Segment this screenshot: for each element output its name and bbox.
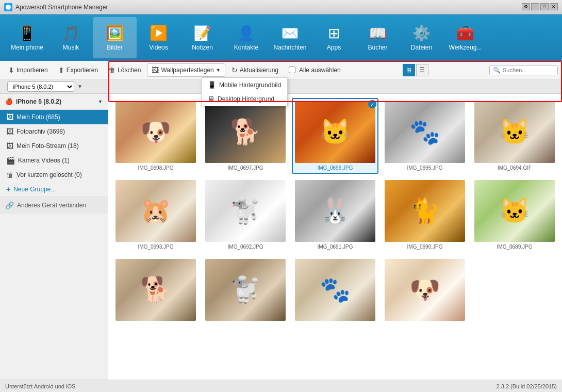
photo-album-icon: 🖼 [6, 113, 13, 121]
photo-item-img0695[interactable]: 🐾 IMG_0695.JPG [382, 98, 468, 174]
notizen-icon: 📝 [193, 25, 211, 42]
nav-item-bilder[interactable]: 🖼️ Bilder [93, 17, 137, 58]
apple-logo-icon: 🍎 [5, 98, 13, 105]
view-toggle: ⊞ ☰ [403, 64, 428, 76]
videos-icon: ▶️ [150, 25, 168, 42]
phone-icon: 📱 [18, 25, 36, 42]
photo-thumb-img0695: 🐾 [385, 101, 465, 163]
nachrichten-icon: ✉️ [281, 25, 299, 42]
mobile-hintergrund-option[interactable]: 📱 Mobile Hintergrundbild [202, 78, 287, 92]
search-box: 🔍 [489, 65, 558, 75]
photo-label-img0695: IMG_0695.JPG [385, 165, 465, 171]
svg-point-0 [6, 5, 11, 10]
aktualisierung-button[interactable]: ↻ Aktualisierung [227, 64, 283, 76]
photo-item-img0686[interactable]: 🐾 [292, 256, 378, 326]
wallpaper-button[interactable]: 🖼 Wallpaperfestlegen ▼ [147, 63, 225, 77]
nav-item-kontakte[interactable]: 👤 Kontakte [224, 17, 268, 58]
nav-label-apps: Apps [327, 44, 341, 51]
minimize-button[interactable]: ─ [531, 3, 539, 10]
device-selector[interactable]: iPhone 5 (8.0.2) [7, 81, 74, 92]
add-group-button[interactable]: + Neue Gruppe... [0, 182, 108, 197]
importieren-button[interactable]: ⬇ Importieren [4, 64, 52, 76]
nav-label-werkzeug: Werkzeug... [449, 44, 482, 51]
refresh-icon: ↻ [232, 66, 238, 74]
exportieren-button[interactable]: ⬆ Exportieren [54, 64, 102, 76]
settings-icon[interactable]: ⚙ [522, 3, 530, 10]
sidebar-item-mein-foto[interactable]: 🖼 Mein Foto (685) [0, 110, 108, 124]
desktop-icon: 🖥 [208, 95, 214, 103]
photo-item-img0689[interactable]: 🐱 IMG_0689.JPG [471, 177, 558, 253]
trash-icon: 🗑 [6, 171, 13, 179]
nav-label-notizen: Notizen [192, 44, 213, 51]
nav-item-apps[interactable]: ⊞ Apps [312, 17, 356, 58]
app-title: Apowersoft Smartphone Manager [15, 4, 558, 11]
action-toolbar: ⬇ Importieren ⬆ Exportieren 🗑 Löschen 🖼 … [0, 61, 562, 79]
photo-thumb-img0697: 🐕 [205, 101, 286, 163]
photo-item-img0697[interactable]: 🐕 IMG_0697.JPG [202, 98, 289, 174]
nav-item-notizen[interactable]: 📝 Notizen [180, 17, 224, 58]
nav-item-buecher[interactable]: 📖 Bücher [356, 17, 400, 58]
alle-auswaehlen-checkbox-label[interactable]: Alle auswählen [285, 64, 345, 76]
loeschen-button[interactable]: 🗑 Löschen [104, 64, 145, 76]
alle-auswaehlen-checkbox[interactable] [289, 67, 295, 73]
photo-thumb-img0698: 🐶 [115, 101, 196, 163]
photo-thumb-img0686: 🐾 [295, 259, 375, 321]
nav-item-mein-phone[interactable]: 📱 Mein phone [5, 17, 49, 58]
photo-grid: 🐶 IMG_0698.JPG 🐕 IMG_0697.JPG 🐱 IMG_0696… [112, 98, 558, 326]
list-view-button[interactable]: ☰ [416, 64, 428, 76]
photo-item-img0691[interactable]: 🐰 IMG_0691.JPG [292, 177, 378, 253]
title-bar: Apowersoft Smartphone Manager ⚙ ─ □ ✕ [0, 0, 562, 14]
close-button[interactable]: ✕ [550, 3, 558, 10]
photo-thumb-img0696: 🐱 [295, 101, 375, 163]
status-bar: Unterstützt Android und iOS 2.3.2 (Build… [0, 380, 562, 392]
photo-label-img0694: IMG_0694.GIF [474, 165, 555, 171]
delete-icon: 🗑 [108, 66, 115, 74]
photo-thumb-img0692: 🐩 [205, 180, 286, 242]
stream-icon: 🖼 [6, 142, 13, 150]
window-controls: ⚙ ─ □ ✕ [522, 3, 558, 10]
photo-thumb-img0685: 🐶 [385, 259, 465, 321]
photo-item-img0688[interactable]: 🐕 [112, 256, 199, 326]
sidebar-item-fotoarchiv[interactable]: 🖼 Fotoarchiv (3698) [0, 124, 108, 139]
photo-item-img0687[interactable]: 🐩 [202, 256, 289, 326]
chevron-down-icon: ▼ [98, 99, 103, 104]
photo-label-img0689: IMG_0689.JPG [474, 244, 555, 250]
dropdown-arrow-icon: ▼ [216, 68, 221, 73]
sidebar-device[interactable]: 🍎 iPhone 5 (8.0.2) ▼ [0, 94, 108, 110]
werkzeug-icon: 🧰 [456, 25, 474, 42]
nav-item-werkzeug[interactable]: 🧰 Werkzeug... [443, 17, 487, 58]
photo-label-img0697: IMG_0697.JPG [205, 165, 286, 171]
photo-item-img0693[interactable]: 🐹 IMG_0693.JPG [112, 177, 199, 253]
photo-item-img0692[interactable]: 🐩 IMG_0692.JPG [202, 177, 289, 253]
nav-label-musik: Musik [63, 44, 79, 51]
grid-view-button[interactable]: ⊞ [403, 64, 415, 76]
sidebar: 🍎 iPhone 5 (8.0.2) ▼ 🖼 Mein Foto (685) 🖼… [0, 94, 108, 380]
apps-icon: ⊞ [328, 25, 340, 42]
photo-item-img0696[interactable]: 🐱 IMG_0696.JPG [292, 98, 378, 174]
photo-item-img0690[interactable]: 🐈 IMG_0690.JPG [382, 177, 468, 253]
photo-label-img0693: IMG_0693.JPG [115, 244, 196, 250]
nav-item-nachrichten[interactable]: ✉️ Nachrichten [268, 17, 312, 58]
photo-item-img0694[interactable]: 🐱 IMG_0694.GIF [471, 98, 558, 174]
export-icon: ⬆ [58, 66, 64, 74]
connect-device-button[interactable]: 🔗 Anderes Gerät verbinden [0, 197, 108, 214]
sidebar-item-kuerzlich-geloescht[interactable]: 🗑 Vor kurzem gelöscht (0) [0, 168, 108, 182]
sidebar-item-fotostream[interactable]: 🖼 Mein Foto-Stream (18) [0, 139, 108, 153]
sidebar-item-kamera-videos[interactable]: 🎬 Kamera Videos (1) [0, 153, 108, 168]
maximize-button[interactable]: □ [540, 3, 549, 10]
nav-item-videos[interactable]: ▶️ Videos [137, 17, 180, 58]
photo-thumb-img0689: 🐱 [474, 180, 555, 242]
search-input[interactable] [503, 67, 554, 73]
desktop-hintergrund-option[interactable]: 🖥 Desktop Hintergrund [202, 92, 287, 106]
nav-item-musik[interactable]: 🎵 Musik [49, 17, 93, 58]
photo-item-img0698[interactable]: 🐶 IMG_0698.JPG [112, 98, 199, 174]
photo-item-img0685[interactable]: 🐶 [382, 256, 468, 326]
photo-label-img0690: IMG_0690.JPG [385, 244, 465, 250]
nav-label-mein-phone: Mein phone [11, 44, 43, 51]
import-icon: ⬇ [8, 66, 14, 74]
app-logo [4, 3, 12, 11]
photo-thumb-img0693: 🐹 [115, 180, 196, 242]
nav-item-dateien[interactable]: ⚙️ Dateien [400, 17, 443, 58]
buecher-icon: 📖 [369, 25, 387, 42]
nav-toolbar: 📱 Mein phone 🎵 Musik 🖼️ Bilder ▶️ Videos… [0, 14, 562, 61]
